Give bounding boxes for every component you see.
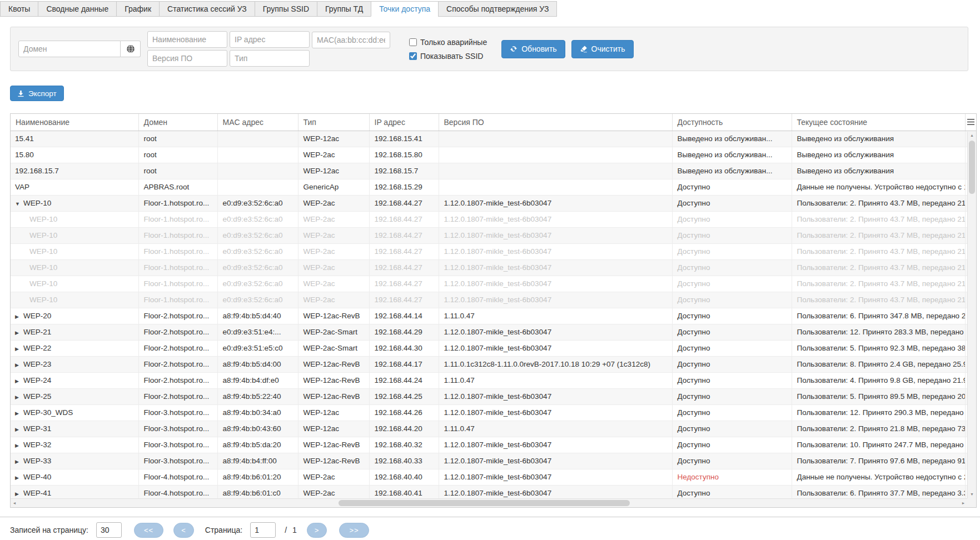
ap-mac: e0:d9:e3:52:6c:a0 <box>217 243 298 259</box>
table-row[interactable]: WEP-10 Floor-1.hotspot.ro... e0:d9:e3:52… <box>11 243 976 259</box>
tab-chart[interactable]: График <box>116 1 160 17</box>
table-row[interactable]: WEP-10 Floor-1.hotspot.ro... e0:d9:e3:52… <box>11 292 976 308</box>
col-header-ip[interactable]: IP адрес <box>369 114 439 131</box>
ap-mac: e0:d9:e3:52:6c:a0 <box>217 276 298 292</box>
ap-ip: 192.168.15.80 <box>369 147 439 163</box>
ap-availability: Доступно <box>672 421 792 437</box>
table-row[interactable]: WEP-32 Floor-3.hotspot.ro... a8:f9:4b:b5… <box>11 437 976 453</box>
domain-input[interactable] <box>18 41 121 57</box>
per-page-input[interactable] <box>96 522 122 538</box>
tab-ap-groups[interactable]: Группы ТД <box>317 1 371 17</box>
tab-auth-methods[interactable]: Способы подтверждения УЗ <box>438 1 557 17</box>
column-menu-button[interactable] <box>965 114 976 131</box>
ip-filter-input[interactable] <box>230 31 310 48</box>
scroll-down-icon[interactable]: ▼ <box>968 491 976 498</box>
table-row[interactable]: WEP-40 Floor-4.hotspot.ro... a8:f9:4b:b6… <box>11 469 976 485</box>
ap-type: WEP-2ac-Smart <box>298 324 369 340</box>
table-row[interactable]: WEP-20 Floor-2.hotspot.ro... a8:f9:4b:b5… <box>11 308 976 324</box>
scroll-left-icon[interactable]: ◄ <box>11 501 18 505</box>
ap-type: WEP-2ac <box>298 243 369 259</box>
expander-icon[interactable] <box>15 362 23 368</box>
expander-icon[interactable] <box>15 394 23 400</box>
table-row[interactable]: WEP-10 Floor-1.hotspot.ro... e0:d9:e3:52… <box>11 259 976 276</box>
only-faulty-checkbox[interactable] <box>409 38 417 46</box>
col-header-name[interactable]: Наименование <box>11 114 138 131</box>
clear-button[interactable]: Очистить <box>571 40 634 58</box>
horizontal-scrollbar[interactable]: ◄ ► <box>11 498 967 507</box>
tab-ssid-groups[interactable]: Группы SSID <box>255 1 317 17</box>
scroll-right-icon[interactable]: ► <box>959 501 967 505</box>
col-header-mac[interactable]: MAC адрес <box>217 114 298 131</box>
mac-filter-group <box>312 32 390 48</box>
table-row[interactable]: WEP-10 Floor-1.hotspot.ro... e0:d9:e3:52… <box>11 195 976 211</box>
scroll-up-icon[interactable]: ▲ <box>968 132 976 139</box>
table-row[interactable]: WEP-25 Floor-2.hotspot.ro... a8:f9:4b:b5… <box>11 388 976 404</box>
table-row[interactable]: 15.80 root WEP-2ac 192.168.15.80 Выведен… <box>11 147 976 163</box>
horizontal-scrollbar-track[interactable] <box>18 499 959 507</box>
domain-select-button[interactable] <box>121 41 141 57</box>
expander-icon[interactable] <box>15 491 23 497</box>
expander-icon[interactable] <box>15 427 23 432</box>
ap-mac: a8:f9:4b:b4:df:e0 <box>217 372 298 388</box>
last-page-button[interactable]: >> <box>339 523 369 538</box>
refresh-button[interactable]: Обновить <box>501 40 565 58</box>
expander-icon[interactable] <box>15 475 23 481</box>
ap-availability: Выведено из обслуживан... <box>672 131 792 147</box>
pagination-bar: Записей на страницу: << < Страница: / 1 … <box>0 517 980 538</box>
mac-filter-input[interactable] <box>312 32 390 48</box>
col-header-firmware[interactable]: Версия ПО <box>439 114 672 131</box>
vertical-scrollbar-track[interactable] <box>968 139 976 491</box>
ap-availability: Доступно <box>672 372 792 388</box>
tab-quotas[interactable]: Квоты <box>0 1 38 17</box>
table-row[interactable]: WEP-30_WDS Floor-3.hotspot.ro... a8:f9:4… <box>11 404 976 421</box>
vertical-scrollbar-thumb[interactable] <box>969 141 975 194</box>
table-row[interactable]: WEP-10 Floor-1.hotspot.ro... e0:d9:e3:52… <box>11 227 976 243</box>
expander-icon[interactable] <box>15 330 23 336</box>
expander-icon[interactable] <box>15 459 23 464</box>
ap-type: WEP-12ac-RevB <box>298 372 369 388</box>
ap-mac <box>217 163 298 179</box>
expander-icon[interactable] <box>15 443 23 448</box>
export-button[interactable]: Экспорт <box>10 86 64 101</box>
refresh-icon <box>510 45 518 53</box>
firmware-filter-input[interactable] <box>147 50 227 67</box>
tab-summary[interactable]: Сводные данные <box>38 1 117 17</box>
expander-icon[interactable] <box>15 378 23 384</box>
table-row[interactable]: 192.168.15.7 root WEP-12ac 192.168.15.7 … <box>11 163 976 179</box>
table-row[interactable]: WEP-33 Floor-3.hotspot.ro... a8:f9:4b:b4… <box>11 453 976 469</box>
expander-icon[interactable] <box>15 314 23 319</box>
expander-icon[interactable] <box>15 201 23 207</box>
horizontal-scrollbar-thumb[interactable] <box>339 500 630 506</box>
type-filter-input[interactable] <box>230 50 310 67</box>
table-row[interactable]: WEP-21 Floor-2.hotspot.ro... e0:d9:e3:51… <box>11 324 976 340</box>
col-header-state[interactable]: Текущее состояние <box>792 114 965 131</box>
table-row[interactable]: WEP-10 Floor-1.hotspot.ro... e0:d9:e3:52… <box>11 276 976 292</box>
tab-session-stats[interactable]: Статистика сессий УЗ <box>159 1 255 17</box>
expander-icon[interactable] <box>15 346 23 352</box>
table-row[interactable]: WEP-10 Floor-1.hotspot.ro... e0:d9:e3:52… <box>11 211 976 227</box>
ap-domain: APBRAS.root <box>138 179 217 195</box>
table-row[interactable]: WEP-23 Floor-2.hotspot.ro... a8:f9:4b:b5… <box>11 356 976 372</box>
table-row[interactable]: WEP-31 Floor-3.hotspot.ro... a8:f9:4b:b0… <box>11 421 976 437</box>
first-page-button[interactable]: << <box>134 523 163 538</box>
col-header-domain[interactable]: Домен <box>138 114 217 131</box>
tab-access-points[interactable]: Точки доступа <box>371 1 439 17</box>
table-row[interactable]: WEP-24 Floor-2.hotspot.ro... a8:f9:4b:b4… <box>11 372 976 388</box>
ap-mac: e0:d9:e3:52:6c:a0 <box>217 195 298 211</box>
col-header-type[interactable]: Тип <box>298 114 369 131</box>
table-row[interactable]: WEP-22 Floor-2.hotspot.ro... e0:d9:e3:51… <box>11 340 976 356</box>
prev-page-button[interactable]: < <box>173 523 194 538</box>
expander-icon[interactable] <box>15 411 23 416</box>
next-page-button[interactable]: > <box>307 523 327 538</box>
only-faulty-checkbox-label[interactable]: Только аварийные <box>409 38 487 47</box>
vertical-scrollbar[interactable]: ▲ ▼ <box>967 132 976 498</box>
col-header-availability[interactable]: Доступность <box>672 114 792 131</box>
table-row[interactable]: VAP APBRAS.root GenericAp 192.168.15.29 … <box>11 179 976 195</box>
show-ssid-checkbox-label[interactable]: Показывать SSID <box>409 52 487 61</box>
ap-ip: 192.168.44.29 <box>369 324 439 340</box>
table-row[interactable]: 15.41 root WEP-12ac 192.168.15.41 Выведе… <box>11 131 976 147</box>
name-filter-input[interactable] <box>147 31 227 48</box>
show-ssid-checkbox[interactable] <box>409 52 417 60</box>
page-input[interactable] <box>250 522 276 538</box>
ap-availability: Доступно <box>672 227 792 243</box>
